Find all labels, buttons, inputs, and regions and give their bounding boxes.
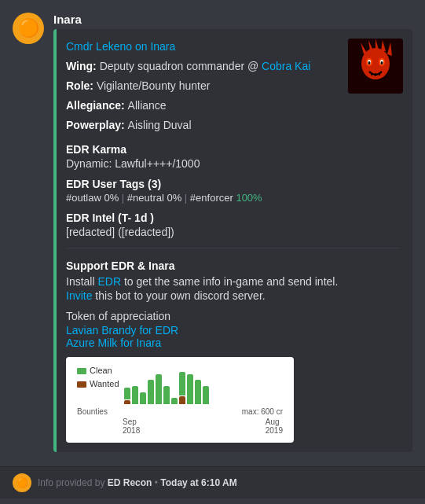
bar-green-6 (171, 398, 178, 404)
powerplay-label: Powerplay: (66, 119, 128, 131)
bar-green-3 (148, 380, 154, 404)
svg-point-12 (381, 61, 383, 64)
chart-inner: Clean Wanted (77, 365, 283, 404)
wing-label: Wing: (66, 60, 100, 72)
bar-green-0 (124, 388, 130, 399)
tag-enforcer: #enforcer (190, 192, 236, 204)
legend-wanted: Wanted (77, 378, 119, 390)
bar-green-5 (163, 386, 170, 404)
bars-group (119, 365, 283, 404)
bar-green-4 (156, 374, 162, 404)
message-header: 🟠 Inara (13, 13, 412, 452)
max-label: max: 600 cr (242, 407, 283, 416)
footer-text: Info provided by ED Recon • Today at 6:1… (38, 477, 237, 488)
support-install-prefix: Install (66, 275, 97, 288)
intel-section: EDR Intel (T- 1d ) [redacted] ([redacted… (66, 212, 400, 238)
tag-neutral: #neutral 0% (127, 192, 181, 204)
support-title: Support EDR & Inara (66, 259, 400, 272)
intel-value: [redacted] ([redacted]) (66, 226, 174, 238)
bar-column-10 (203, 366, 209, 404)
intel-title: EDR Intel (T- 1d ) (66, 212, 400, 224)
bar-column-5 (163, 366, 170, 404)
tag-separator-2: | (185, 192, 190, 204)
bar-column-0 (124, 366, 130, 404)
bar-column-8 (187, 366, 193, 404)
legend-clean-label: Clean (90, 365, 112, 377)
token-label: Token of appreciation (66, 310, 400, 322)
bar-green-8 (187, 374, 193, 404)
bar-column-1 (132, 366, 138, 404)
bar-column-4 (156, 366, 162, 404)
wing-field: Wing: Deputy squadron commander @ Cobra … (66, 58, 337, 75)
username: Inara (53, 13, 82, 26)
tags-list: #outlaw 0% | #neutral 0% | #enforcer 100… (66, 192, 400, 204)
bar-green-1 (132, 386, 138, 404)
tag-separator-1: | (122, 192, 127, 204)
allegiance-field: Allegiance: Alliance (66, 97, 337, 114)
bar-column-3 (148, 366, 154, 404)
lavian-link[interactable]: Lavian Brandy for EDR (66, 324, 178, 337)
role-label: Role: (66, 79, 97, 92)
allegiance-value: Alliance (128, 99, 167, 112)
wing-value: Deputy squadron commander @ (100, 60, 262, 72)
support-line2: Invite this bot to your own discord serv… (66, 289, 400, 302)
cobra-kai-link[interactable]: Cobra Kai (262, 60, 310, 72)
date-right: Aug2019 (266, 418, 283, 435)
thumbnail-image (348, 39, 403, 94)
legend-clean: Clean (77, 365, 119, 377)
powerplay-value: Aisling Duval (128, 119, 192, 131)
svg-point-11 (368, 61, 371, 64)
legend-clean-color (77, 368, 86, 374)
allegiance-label: Allegiance: (66, 99, 128, 112)
token-section: Token of appreciation Lavian Brandy for … (66, 310, 400, 349)
bot-name: ED Recon (108, 477, 152, 488)
avatar: 🟠 (13, 13, 44, 44)
karma-section: EDR Karma Dynamic: Lawful++++/1000 (66, 143, 400, 170)
role-value: Vigilante/Bounty hunter (97, 79, 211, 92)
bar-green-10 (203, 386, 209, 404)
footer-avatar: 🟠 (13, 473, 31, 492)
role-field: Role: Vigilante/Bounty hunter (66, 78, 337, 94)
bar-green-2 (140, 392, 146, 404)
support-install-suffix: to get the same info in-game and send in… (121, 275, 338, 288)
embed-thumbnail (348, 39, 403, 94)
bounty-chart: Clean Wanted (66, 357, 294, 443)
bar-column-2 (140, 366, 146, 404)
support-section: Support EDR & Inara Install EDR to get t… (66, 259, 400, 302)
footer-bar: 🟠 Info provided by ED Recon • Today at 6… (0, 466, 425, 498)
bar-green-9 (195, 380, 201, 404)
karma-title: EDR Karma (66, 143, 400, 156)
tags-title: EDR User Tags (3) (66, 178, 400, 190)
bar-brown-7 (179, 396, 185, 404)
enforcer-percent: 100% (236, 192, 262, 204)
date-left: Sep2018 (123, 418, 140, 435)
powerplay-field: Powerplay: Aisling Duval (66, 117, 337, 134)
bar-column-7 (179, 366, 185, 404)
invite-link[interactable]: Invite (66, 289, 92, 302)
bar-column-9 (195, 366, 201, 404)
inara-link-field: Cmdr Lekeno on Inara (66, 39, 337, 55)
embed-card: Cmdr Lekeno on Inara Wing: Deputy squadr… (53, 29, 412, 452)
message-body: Inara (53, 13, 412, 452)
divider (66, 248, 400, 248)
bar-brown-0 (124, 400, 130, 404)
azure-link[interactable]: Azure Milk for Inara (66, 337, 161, 349)
tag-outlaw: #outlaw 0% (66, 192, 119, 204)
edr-link[interactable]: EDR (97, 275, 121, 288)
footer-time: Today at 6:10 AM (160, 477, 236, 488)
karma-value: Dynamic: Lawful++++/1000 (66, 157, 200, 170)
bar-green-7 (179, 372, 185, 396)
legend-wanted-label: Wanted (90, 378, 119, 390)
tags-section: EDR User Tags (3) #outlaw 0% | #neutral … (66, 178, 400, 204)
chart-dates-row: Sep2018 Aug2019 (77, 418, 283, 435)
chart-legend: Clean Wanted (77, 365, 119, 391)
legend-wanted-color (77, 381, 86, 388)
message-container: 🟠 Inara (0, 0, 425, 458)
support-line1: Install EDR to get the same info in-game… (66, 275, 400, 288)
inara-profile-link[interactable]: Cmdr Lekeno on Inara (66, 40, 175, 53)
bounties-label: Bounties (77, 407, 108, 416)
chart-meta-row: Bounties max: 600 cr (77, 407, 283, 416)
bar-column-6 (171, 366, 178, 404)
support-invite-suffix: this bot to your own discord server. (92, 289, 265, 302)
chart-bars-area (119, 365, 283, 404)
